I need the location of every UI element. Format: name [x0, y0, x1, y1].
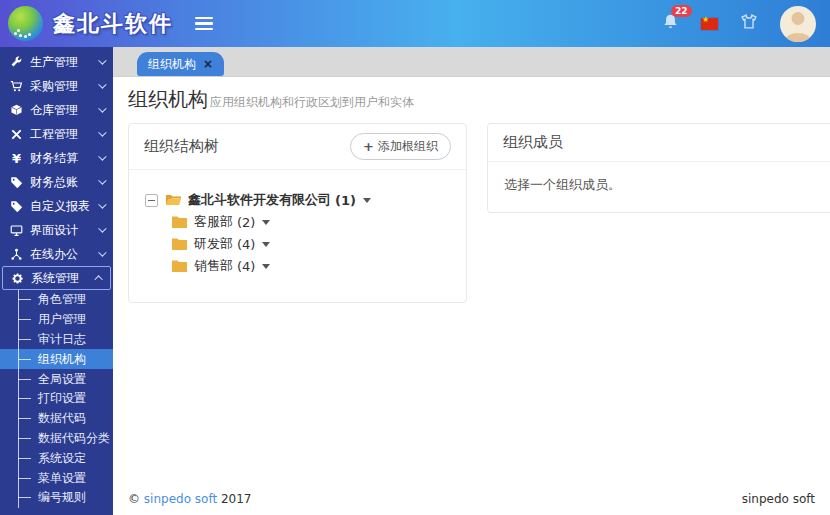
chevron-down-icon — [98, 200, 106, 208]
subitem-label: 数据代码分类 — [38, 430, 110, 447]
tab-label: 组织机构 — [148, 56, 196, 73]
sidebar-subitem-numbering-rules[interactable]: 编号规则 — [0, 488, 113, 508]
theme-shirt-icon[interactable] — [740, 13, 758, 34]
org-tree: 鑫北斗软件开发有限公司 (1) 客服部 (2) — [129, 170, 466, 302]
sidebar-item-ledger[interactable]: 财务总账 — [0, 170, 113, 194]
footer-year: 2017 — [221, 492, 252, 506]
node-menu-caret-icon[interactable] — [363, 198, 371, 203]
gear-icon — [10, 271, 25, 286]
chevron-down-icon — [98, 152, 106, 160]
yen-icon: ¥ — [9, 151, 24, 166]
tree-node-name: 销售部 — [194, 257, 233, 275]
top-header: 鑫北斗软件 22 ★ — [0, 0, 830, 47]
subitem-label: 组织机构 — [38, 351, 86, 368]
node-menu-caret-icon[interactable] — [262, 220, 270, 225]
sidebar-item-settlement[interactable]: ¥ 财务结算 — [0, 146, 113, 170]
subitem-label: 用户管理 — [38, 311, 86, 328]
tab-organization[interactable]: 组织机构 × — [137, 52, 224, 76]
node-menu-caret-icon[interactable] — [262, 264, 270, 269]
sidebar-item-label: 财务总账 — [30, 174, 78, 191]
subitem-label: 菜单设置 — [38, 470, 86, 487]
sitemap-icon — [9, 247, 24, 262]
sidebar-item-ui-design[interactable]: 界面设计 — [0, 218, 113, 242]
sidebar-subitem-system-settings[interactable]: 系统设定 — [0, 448, 113, 468]
footer-brand-right: sinpedo soft — [742, 492, 815, 506]
footer: © sinpedo soft 2017 sinpedo soft — [113, 492, 830, 515]
sidebar-item-label: 采购管理 — [30, 78, 78, 95]
footer-copyright: © sinpedo soft 2017 — [128, 492, 251, 506]
tree-node-name: 研发部 — [194, 235, 233, 253]
cart-icon — [9, 79, 24, 94]
sidebar-item-custom-reports[interactable]: 自定义报表 — [0, 194, 113, 218]
subitem-label: 角色管理 — [38, 291, 86, 308]
language-flag-icon[interactable]: ★ — [701, 18, 718, 30]
sidebar-subitem-roles[interactable]: 角色管理 — [0, 290, 113, 310]
sidebar-subitem-organization[interactable]: 组织机构 — [0, 349, 113, 369]
sidebar-item-label: 在线办公 — [30, 246, 78, 263]
chevron-down-icon — [98, 56, 106, 64]
tree-child-node[interactable]: 客服部 (2) — [145, 212, 452, 232]
collapse-toggle-icon[interactable] — [145, 194, 158, 207]
sidebar-subitem-menu-settings[interactable]: 菜单设置 — [0, 468, 113, 488]
sidebar-item-label: 界面设计 — [30, 222, 78, 239]
tree-child-node[interactable]: 研发部 (4) — [145, 234, 452, 254]
tools-icon — [9, 127, 24, 142]
chevron-down-icon — [98, 176, 106, 184]
notification-badge: 22 — [671, 5, 692, 17]
subitem-label: 编号规则 — [38, 489, 86, 506]
page-title: 组织机构 — [128, 86, 208, 113]
add-root-org-label: 添加根组织 — [378, 138, 438, 155]
main-content: 组织机构 × 组织机构 应用组织机构和行政区划到用户和实体 组织结构树 + 添加… — [113, 47, 830, 515]
sidebar-item-warehouse[interactable]: 仓库管理 — [0, 98, 113, 122]
page-header: 组织机构 应用组织机构和行政区划到用户和实体 — [113, 77, 830, 123]
tree-node-count: (2) — [237, 215, 255, 230]
sidebar-item-label: 生产管理 — [30, 54, 78, 71]
sidebar-subitem-users[interactable]: 用户管理 — [0, 310, 113, 330]
tree-node-name: 鑫北斗软件开发有限公司 — [188, 191, 331, 209]
sidebar-subitem-audit-log[interactable]: 审计日志 — [0, 330, 113, 350]
sidebar-item-production[interactable]: 生产管理 — [0, 50, 113, 74]
tree-node-name: 客服部 — [194, 213, 233, 231]
sidebar-item-label: 仓库管理 — [30, 102, 78, 119]
sidebar-item-engineering[interactable]: 工程管理 — [0, 122, 113, 146]
subitem-label: 打印设置 — [38, 390, 86, 407]
tab-bar: 组织机构 × — [113, 47, 830, 77]
tree-node-count: (1) — [335, 193, 356, 208]
sidebar-nav: 生产管理 采购管理 仓库管理 工程管理 ¥ 财务结算 — [0, 47, 113, 515]
hamburger-menu-icon[interactable] — [195, 17, 213, 31]
chevron-down-icon — [98, 128, 106, 136]
tab-close-icon[interactable]: × — [203, 58, 213, 70]
sidebar-item-system[interactable]: 系统管理 — [2, 266, 111, 290]
page-subtitle: 应用组织机构和行政区划到用户和实体 — [210, 94, 414, 111]
system-submenu: 角色管理 用户管理 审计日志 组织机构 全局设置 打印设置 数据代码 数据代码分… — [0, 290, 113, 508]
copyright-symbol: © — [128, 492, 140, 506]
sidebar-item-label: 自定义报表 — [30, 198, 90, 215]
sidebar-item-online-office[interactable]: 在线办公 — [0, 242, 113, 266]
subitem-label: 数据代码 — [38, 410, 86, 427]
footer-brand-link[interactable]: sinpedo soft — [144, 492, 217, 506]
sidebar-subitem-print-settings[interactable]: 打印设置 — [0, 389, 113, 409]
sidebar-subitem-data-codes[interactable]: 数据代码 — [0, 409, 113, 429]
node-menu-caret-icon[interactable] — [262, 242, 270, 247]
wrench-icon — [9, 55, 24, 70]
cube-icon — [9, 103, 24, 118]
sidebar-subitem-global-settings[interactable]: 全局设置 — [0, 369, 113, 389]
tree-node-count: (4) — [237, 237, 255, 252]
add-root-org-button[interactable]: + 添加根组织 — [350, 133, 451, 160]
open-folder-icon — [165, 193, 182, 207]
tree-node-count: (4) — [237, 259, 255, 274]
chevron-down-icon — [98, 248, 106, 256]
chevron-down-icon — [98, 224, 106, 232]
tree-root-node[interactable]: 鑫北斗软件开发有限公司 (1) — [145, 190, 452, 210]
sidebar-item-purchasing[interactable]: 采购管理 — [0, 74, 113, 98]
user-avatar[interactable] — [780, 6, 816, 42]
globe-logo-icon — [8, 6, 43, 41]
plus-icon: + — [363, 140, 374, 153]
folder-icon — [171, 259, 188, 273]
sidebar-subitem-data-code-categories[interactable]: 数据代码分类 — [0, 429, 113, 449]
notifications-button[interactable]: 22 — [662, 13, 679, 34]
sidebar-item-label: 工程管理 — [30, 126, 78, 143]
org-members-empty-text: 选择一个组织成员。 — [488, 162, 830, 212]
tree-child-node[interactable]: 销售部 (4) — [145, 256, 452, 276]
org-tree-title: 组织结构树 — [144, 137, 219, 156]
